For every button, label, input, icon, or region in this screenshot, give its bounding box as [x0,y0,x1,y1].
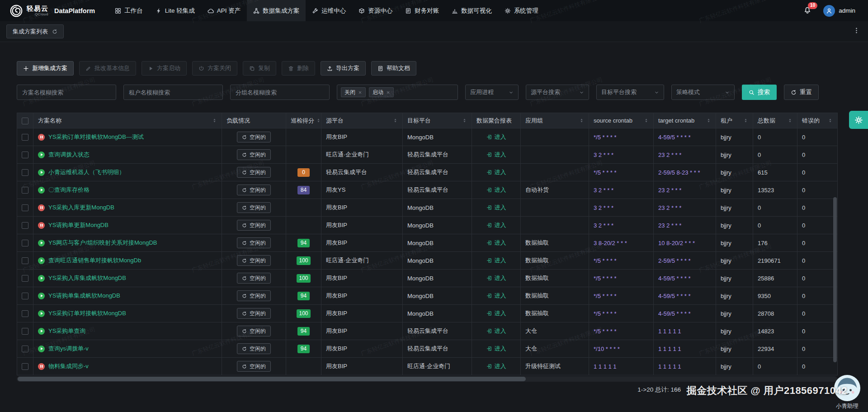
notifications-button[interactable]: 10 [803,6,811,16]
column-header-source-crontab[interactable]: source crontab [594,117,632,124]
group-name-search-input[interactable] [230,85,330,100]
report-enter-link[interactable]: 进入 [486,221,506,229]
load-status-button[interactable]: 空闲的 [237,361,271,372]
row-checkbox[interactable] [22,204,28,211]
plan-name-link[interactable]: YS采购订单对接帆软MongDB---测试 [38,133,144,141]
copy-plan-button[interactable]: 复制 [243,61,276,76]
report-enter-link[interactable]: 进入 [486,327,506,335]
horizontal-scrollbar-thumb[interactable] [18,377,526,381]
column-header-target-crontab[interactable]: target crontab [658,117,694,124]
nav-ops-center[interactable]: 运维中心 [306,0,352,21]
column-header-load-status[interactable]: 负载情况 [226,117,250,125]
column-header-inspection-score[interactable]: 巡检得分 [291,117,314,125]
nav-lite-integration[interactable]: Lite 轻集成 [149,0,201,21]
load-status-button[interactable]: 空闲的 [237,273,271,284]
source-platform-select[interactable]: 源平台搜索 [526,85,589,100]
column-header-total-data[interactable]: 总数据 [758,117,775,125]
sort-icon[interactable] [212,118,217,123]
plan-name-link[interactable]: YS采购订单对接帆软MongDB [38,309,126,317]
target-platform-select[interactable]: 目标平台搜索 [596,85,664,100]
plan-name-link[interactable]: 查询旺店通销售单对接帆软MongDb [38,256,141,265]
strategy-mode-select[interactable]: 策略模式 [671,85,735,100]
plan-name-link[interactable]: YS网店与客户/组织映射关系对接MongDB [38,239,157,247]
nav-resource-center[interactable]: 资源中心 [352,0,399,21]
row-checkbox[interactable] [22,328,28,335]
row-checkbox[interactable] [22,152,28,158]
plan-name-link[interactable]: 小青运维机器人（飞书明细） [38,168,125,176]
refresh-tab-icon[interactable] [52,29,57,34]
report-enter-link[interactable]: 进入 [486,309,506,317]
tab-more-button[interactable] [851,25,862,38]
remove-tag-icon[interactable] [358,90,362,95]
load-status-button[interactable]: 空闲的 [237,185,271,195]
load-status-button[interactable]: 空闲的 [237,132,271,142]
report-enter-link[interactable]: 进入 [486,292,506,300]
row-checkbox[interactable] [22,222,28,229]
search-button[interactable]: 搜索 [742,85,777,100]
row-checkbox[interactable] [22,134,28,141]
select-all-checkbox[interactable] [22,118,28,124]
add-plan-button[interactable]: 新增集成方案 [17,61,74,76]
tab-integration-plan-list[interactable]: 集成方案列表 [6,24,64,38]
load-status-button[interactable]: 空闲的 [237,343,271,354]
nav-system-management[interactable]: 系统管理 [498,0,545,21]
nav-data-visualization[interactable]: 数据可视化 [445,0,498,21]
load-status-button[interactable]: 空闲的 [237,290,271,301]
nav-workbench[interactable]: 工作台 [108,0,149,21]
vertical-scrollbar[interactable] [833,197,837,362]
sort-icon[interactable] [579,118,584,123]
sort-icon[interactable] [706,118,711,123]
settings-gear-button[interactable] [849,111,868,129]
column-header-source-platform[interactable]: 源平台 [326,117,344,125]
status-filter-tag-input[interactable]: 关闭启动 [337,85,458,100]
row-checkbox[interactable] [22,346,28,352]
row-checkbox[interactable] [22,257,28,264]
horizontal-scrollbar[interactable] [17,376,837,382]
column-header-target-platform[interactable]: 目标平台 [407,117,431,125]
row-checkbox[interactable] [22,363,28,370]
sort-icon[interactable] [743,118,748,123]
sort-icon[interactable] [316,118,321,123]
nav-api-assets[interactable]: API 资产 [201,0,247,21]
load-status-button[interactable]: 空闲的 [237,308,271,319]
column-header-errors[interactable]: 错误的 [802,117,820,125]
plan-name-search-input[interactable] [17,85,116,100]
row-checkbox[interactable] [22,310,28,317]
row-checkbox[interactable] [22,169,28,176]
nav-finance-reconciliation[interactable]: 财务对账 [399,0,445,21]
report-enter-link[interactable]: 进入 [486,345,506,353]
user-menu[interactable]: admin [823,5,855,17]
row-checkbox[interactable] [22,240,28,246]
report-enter-link[interactable]: 进入 [486,274,506,282]
plan-name-link[interactable]: YS采购入库更新MongDB [38,204,114,212]
report-enter-link[interactable]: 进入 [486,362,506,370]
report-enter-link[interactable]: 进入 [486,168,506,176]
sort-icon[interactable] [788,118,793,123]
export-plan-button[interactable]: 导出方案 [321,61,366,76]
report-enter-link[interactable]: 进入 [486,186,506,194]
remove-tag-icon[interactable] [386,90,390,95]
start-plan-button[interactable]: 方案启动 [142,61,187,76]
load-status-button[interactable]: 空闲的 [237,167,271,178]
load-status-button[interactable]: 空闲的 [237,220,271,231]
sort-icon[interactable] [644,118,649,123]
load-status-button[interactable]: 空闲的 [237,326,271,336]
report-enter-link[interactable]: 进入 [486,151,506,159]
plan-name-link[interactable]: 查询调拨入状态 [38,151,90,159]
delete-plan-button[interactable]: 删除 [282,61,315,76]
plan-name-link[interactable]: 查询ys调拨单-v [38,345,89,353]
load-status-button[interactable]: 空闲的 [237,149,271,160]
report-enter-link[interactable]: 进入 [486,133,506,141]
load-status-button[interactable]: 空闲的 [237,255,271,266]
sort-icon[interactable] [393,118,398,123]
plan-name-link[interactable]: 〇查询库存价格 [38,186,90,194]
nav-data-integration[interactable]: 数据集成方案 [247,0,306,21]
report-enter-link[interactable]: 进入 [486,239,506,247]
row-checkbox[interactable] [22,275,28,282]
row-checkbox[interactable] [22,187,28,194]
reset-button[interactable]: 重置 [784,85,819,100]
load-status-button[interactable]: 空闲的 [237,202,271,213]
sort-icon[interactable] [462,118,467,123]
help-doc-button[interactable]: 帮助文档 [371,61,416,76]
report-enter-link[interactable]: 进入 [486,256,506,265]
